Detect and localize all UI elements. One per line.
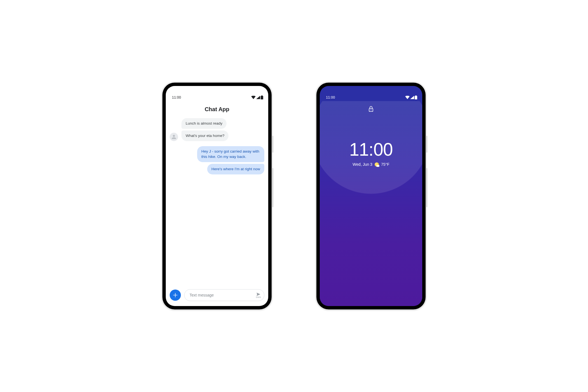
plus-icon [172, 292, 178, 298]
volume-button[interactable] [272, 168, 273, 207]
message-list[interactable]: Lunch is almost ready What's your eta ho… [166, 118, 268, 286]
battery-icon [415, 95, 417, 99]
cellular-icon [256, 96, 260, 99]
status-icons [405, 95, 417, 99]
attach-button[interactable] [170, 290, 181, 301]
send-sms-label: SMS [256, 296, 261, 298]
message-row-incoming[interactable]: Lunch is almost ready [170, 118, 264, 129]
power-button[interactable] [426, 136, 427, 153]
lock-clock: 11:00 [349, 139, 393, 160]
compose-bar: Text message SMS [166, 286, 268, 306]
lock-date-row: Wed, Jun 3 75°F [353, 162, 389, 167]
power-button[interactable] [272, 136, 273, 153]
person-icon [171, 134, 176, 139]
status-time: 11:00 [172, 95, 181, 99]
compose-input[interactable]: Text message SMS [184, 289, 264, 301]
message-bubble: Lunch is almost ready [181, 118, 227, 129]
lock-icon [368, 106, 374, 112]
wifi-icon [251, 96, 256, 99]
status-time: 11:00 [326, 95, 335, 99]
app-title: Chat App [166, 101, 268, 118]
message-bubble: What's your eta home? [181, 130, 228, 141]
battery-icon [261, 95, 263, 99]
compose-placeholder: Text message [190, 293, 214, 297]
lock-temperature: 75°F [381, 162, 389, 167]
cellular-icon [410, 96, 414, 99]
lock-screen[interactable]: 11:00 Wed, Jun 3 75°F [320, 101, 422, 306]
screen-chat: 11:00 Chat App Lunch is almost ready [166, 86, 268, 306]
phone-frame-lock: 11:00 11:00 Wed, Jun 3 75°F [316, 83, 426, 309]
phone-frame-chat: 11:00 Chat App Lunch is almost ready [162, 83, 272, 309]
lock-date: Wed, Jun 3 [353, 162, 372, 167]
status-bar[interactable]: 11:00 [166, 86, 268, 101]
partly-cloudy-icon [375, 162, 379, 167]
message-row-incoming[interactable]: What's your eta home? [170, 130, 264, 141]
contact-avatar[interactable] [170, 133, 178, 141]
message-bubble: Here's where I'm at right now [207, 164, 264, 174]
message-row-outgoing[interactable]: Here's where I'm at right now [170, 164, 264, 174]
screen-lock[interactable]: 11:00 11:00 Wed, Jun 3 75°F [320, 86, 422, 306]
volume-button[interactable] [426, 168, 427, 207]
status-icons [251, 95, 263, 99]
send-button[interactable]: SMS [256, 292, 261, 298]
status-bar[interactable]: 11:00 [320, 86, 422, 101]
wifi-icon [405, 96, 410, 99]
message-bubble: Hey J - sorry got carried away with this… [197, 146, 264, 162]
lock-indicator[interactable] [368, 106, 374, 113]
svg-point-1 [371, 109, 372, 110]
message-row-outgoing[interactable]: Hey J - sorry got carried away with this… [170, 146, 264, 162]
chat-app: Chat App Lunch is almost ready What's yo… [166, 101, 268, 306]
